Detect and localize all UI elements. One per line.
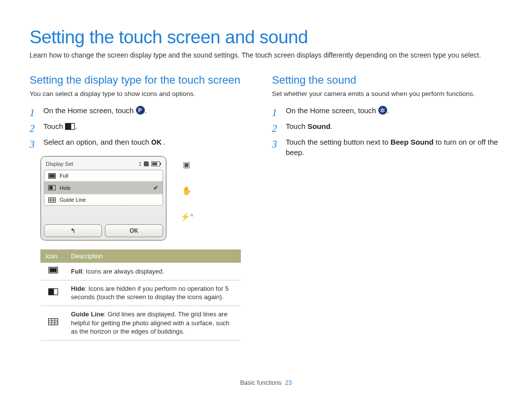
- svg-rect-15: [49, 289, 54, 295]
- guideline-icon: [48, 318, 58, 325]
- row-bold: Guide Line: [71, 310, 104, 318]
- step-text: .: [163, 138, 165, 146]
- step-text: Select an option, and then touch: [43, 138, 151, 146]
- option-full[interactable]: Full: [44, 170, 163, 181]
- ui-count: 1: [138, 161, 141, 167]
- guideline-icon: [48, 197, 56, 203]
- page-title: Setting the touch screen and sound: [30, 27, 502, 48]
- side-icon-strip: ▣ ✋ ⚡A: [180, 160, 193, 221]
- step-text: Touch: [286, 122, 307, 130]
- sd-icon: [143, 161, 149, 166]
- svg-rect-1: [66, 123, 71, 129]
- option-label: Guide Line: [60, 197, 86, 203]
- heading-display-type: Setting the display type for the touch s…: [30, 74, 256, 87]
- step-2: Touch Sound.: [272, 121, 502, 132]
- step-3: Touch the setting button next to Beep So…: [272, 137, 502, 158]
- svg-text:OK: OK: [151, 139, 162, 146]
- footer-page: 23: [285, 379, 292, 386]
- step-text: On the Home screen, touch: [286, 106, 378, 115]
- step-text: Touch the setting button next to: [286, 138, 391, 146]
- ois-icon: ✋: [182, 186, 192, 195]
- step-text: Touch: [43, 122, 65, 130]
- heading-sound: Setting the sound: [272, 74, 502, 87]
- page-footer: Basic functions 23: [0, 379, 532, 386]
- description-table: Icon Description Full: Icons are always …: [40, 249, 241, 340]
- svg-rect-16: [49, 319, 58, 325]
- back-button[interactable]: ↰: [44, 224, 102, 237]
- ok-icon: OK: [151, 139, 163, 146]
- step-1: On the Home screen, touch .: [30, 105, 256, 116]
- intro-display-type: You can select a display type to show ic…: [30, 90, 256, 98]
- intro-sound: Set whether your camera emits a sound wh…: [272, 90, 502, 98]
- step-text: .: [75, 122, 77, 130]
- step-bold: Sound: [307, 122, 331, 130]
- page-intro: Learn how to change the screen display t…: [30, 51, 502, 60]
- option-label: Hide: [60, 185, 71, 191]
- table-row: Guide Line: Grid lines are displayed. Th…: [40, 306, 241, 340]
- camera-ui-mock: Display Set 1 Full: [40, 156, 193, 241]
- full-icon: [48, 173, 56, 179]
- step-1: On the Home screen, touch .: [272, 105, 502, 116]
- option-hide[interactable]: Hide ✔: [44, 181, 163, 194]
- step-text: .: [331, 122, 332, 130]
- table-row: Full: Icons are always displayed.: [40, 263, 241, 280]
- th-desc: Description: [66, 249, 241, 263]
- th-icon: Icon: [40, 249, 66, 263]
- step-3: Select an option, and then touch OK.: [30, 137, 256, 148]
- svg-rect-6: [49, 186, 53, 189]
- battery-icon: [151, 161, 160, 166]
- check-icon: ✔: [153, 184, 159, 191]
- footer-section: Basic functions: [240, 379, 282, 386]
- hide-icon: [48, 185, 56, 190]
- step-bold: Beep Sound: [391, 138, 434, 146]
- step-text: .: [387, 106, 389, 115]
- display-toggle-icon: [65, 123, 75, 130]
- table-row: Hide: Icons are hidden if you perform no…: [40, 280, 241, 306]
- row-bold: Hide: [71, 285, 85, 292]
- flash-icon: ⚡A: [180, 212, 193, 221]
- step-text: On the Home screen, touch: [43, 106, 136, 115]
- full-icon: [48, 267, 58, 274]
- row-bold: Full: [71, 268, 82, 275]
- row-text: : Icons are hidden if you perform no ope…: [71, 285, 229, 301]
- option-guideline[interactable]: Guide Line: [44, 194, 163, 205]
- settings-gear-icon: [378, 106, 387, 115]
- steps-display-type: On the Home screen, touch . Touch . Sele…: [30, 105, 256, 147]
- option-label: Full: [60, 173, 68, 179]
- ui-title: Display Set: [46, 161, 73, 167]
- home-p-icon: [136, 106, 145, 115]
- steps-sound: On the Home screen, touch . Touch Sound.…: [272, 105, 502, 158]
- ok-button[interactable]: OK: [105, 224, 163, 237]
- row-text: : Icons are always displayed.: [82, 268, 164, 275]
- metering-icon: ▣: [183, 160, 190, 169]
- svg-rect-7: [49, 197, 56, 202]
- hide-icon: [48, 288, 58, 295]
- step-2: Touch .: [30, 121, 256, 132]
- step-text: .: [145, 106, 147, 115]
